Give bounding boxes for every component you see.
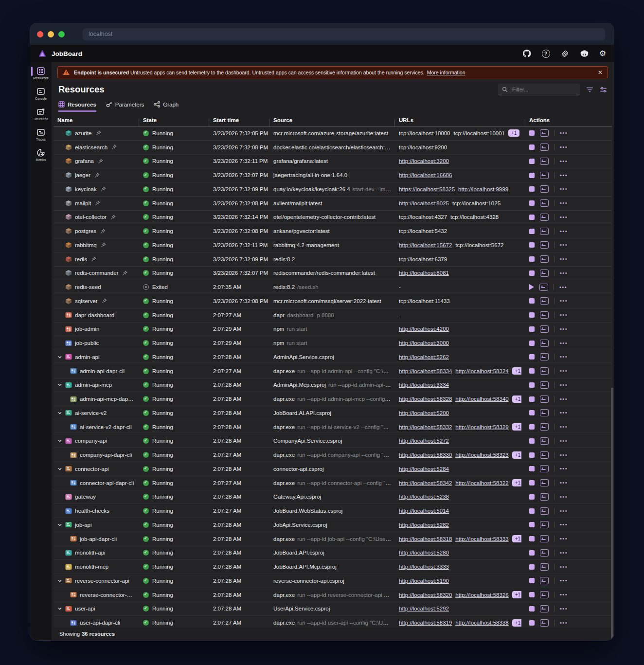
more-actions-button[interactable]: ••• bbox=[560, 438, 568, 444]
more-actions-button[interactable]: ••• bbox=[560, 270, 568, 276]
console-logs-button[interactable] bbox=[540, 353, 549, 360]
resource-url-link[interactable]: http://localhost:58320 bbox=[399, 592, 452, 598]
table-row[interactable]: ai-service-v2-dapr-cli Running 2:07:28 A… bbox=[54, 420, 612, 434]
console-logs-button[interactable] bbox=[540, 214, 549, 221]
chevron-down-icon[interactable] bbox=[57, 382, 62, 387]
table-row[interactable]: otel-collector Running 3/23/2026 7:32:14… bbox=[54, 211, 612, 225]
more-actions-button[interactable]: ••• bbox=[560, 606, 568, 611]
pin-icon[interactable] bbox=[91, 256, 96, 262]
table-row[interactable]: keycloak Running 3/23/2026 7:32:09 PM qu… bbox=[54, 182, 612, 197]
stop-button[interactable] bbox=[529, 424, 535, 430]
console-logs-button[interactable] bbox=[540, 270, 549, 277]
url-count-badge[interactable]: +1 bbox=[512, 423, 521, 431]
column-header-source[interactable]: Source bbox=[269, 117, 395, 123]
console-logs-button[interactable] bbox=[540, 228, 549, 235]
table-row[interactable]: company-api Running 2:07:28 AM CompanyAp… bbox=[54, 434, 612, 449]
console-logs-button[interactable] bbox=[540, 423, 549, 431]
start-button[interactable] bbox=[529, 284, 534, 290]
more-actions-button[interactable]: ••• bbox=[560, 326, 568, 332]
more-actions-button[interactable]: ••• bbox=[560, 536, 568, 541]
table-row[interactable]: ai-service-v2 Running 2:07:28 AM JobBoar… bbox=[54, 406, 612, 420]
sidebar-item-structured[interactable]: Structured bbox=[30, 106, 52, 123]
more-actions-button[interactable]: ••• bbox=[560, 159, 568, 164]
console-logs-button[interactable] bbox=[540, 479, 549, 486]
console-logs-button[interactable] bbox=[540, 129, 549, 137]
more-actions-button[interactable]: ••• bbox=[560, 494, 568, 500]
stop-button[interactable] bbox=[529, 578, 535, 583]
url-count-badge[interactable]: +1 bbox=[508, 129, 519, 137]
table-row[interactable]: jaeger Running 3/23/2026 7:32:07 PM jaeg… bbox=[54, 168, 612, 182]
more-actions-button[interactable]: ••• bbox=[560, 522, 568, 527]
resource-url-link[interactable]: http://localhost:58334 bbox=[399, 368, 452, 374]
sidebar-item-metrics[interactable]: Metrics bbox=[30, 146, 52, 163]
table-row[interactable]: admin-api-dapr-cli Running 2:07:27 AM da… bbox=[54, 364, 612, 378]
more-actions-button[interactable]: ••• bbox=[560, 452, 568, 458]
tab-parameters[interactable]: Parameters bbox=[106, 101, 144, 112]
sidebar-item-resources[interactable]: Resources bbox=[30, 65, 52, 82]
tab-graph[interactable]: Graph bbox=[154, 101, 179, 112]
pin-icon[interactable] bbox=[122, 270, 127, 276]
table-row[interactable]: job-api Running 2:07:28 AM JobApi.Servic… bbox=[54, 518, 612, 532]
console-logs-button[interactable] bbox=[540, 619, 549, 627]
table-row[interactable]: mailpit Running 3/23/2026 7:32:08 PM axl… bbox=[54, 197, 612, 211]
table-row[interactable]: sqlserver Running 3/23/2026 7:32:08 PM m… bbox=[54, 294, 612, 308]
pin-icon[interactable] bbox=[111, 144, 117, 150]
sidebar-item-console[interactable]: Console bbox=[30, 85, 52, 102]
console-logs-button[interactable] bbox=[540, 241, 549, 249]
stop-button[interactable] bbox=[529, 326, 535, 332]
url-count-badge[interactable]: +1 bbox=[512, 619, 521, 627]
table-row[interactable]: job-admin Running 2:07:29 AM npmrun star… bbox=[54, 323, 612, 337]
pin-icon[interactable] bbox=[95, 200, 100, 206]
chevron-down-icon[interactable] bbox=[57, 578, 62, 583]
stop-button[interactable] bbox=[529, 466, 535, 471]
console-logs-button[interactable] bbox=[540, 340, 549, 347]
pin-icon[interactable] bbox=[100, 229, 106, 234]
table-row[interactable]: grafana Running 3/23/2026 7:32:11 PM gra… bbox=[54, 155, 612, 169]
resource-url-link[interactable]: http://localhost:5272 bbox=[399, 438, 449, 444]
url-count-badge[interactable]: +1 bbox=[512, 395, 521, 403]
stop-button[interactable] bbox=[529, 173, 535, 178]
pin-icon[interactable] bbox=[102, 298, 107, 304]
resource-url-link[interactable]: http://localhost:5284 bbox=[399, 466, 449, 472]
table-row[interactable]: monolith-mcp Running 2:07:28 AM JobBoard… bbox=[54, 560, 612, 574]
close-window-button[interactable] bbox=[37, 31, 43, 37]
stop-button[interactable] bbox=[529, 620, 535, 626]
stop-button[interactable] bbox=[529, 144, 535, 150]
url-count-badge[interactable]: +1 bbox=[512, 451, 521, 459]
more-actions-button[interactable]: ••• bbox=[560, 578, 568, 583]
stop-button[interactable] bbox=[529, 298, 535, 304]
resource-url-link[interactable]: http://localhost:3334 bbox=[399, 382, 449, 388]
more-actions-button[interactable]: ••• bbox=[560, 480, 568, 485]
stop-button[interactable] bbox=[529, 312, 535, 318]
resource-url-link[interactable]: http://localhost:5292 bbox=[399, 606, 449, 611]
stop-button[interactable] bbox=[529, 508, 535, 514]
stop-button[interactable] bbox=[529, 438, 535, 444]
console-logs-button[interactable] bbox=[540, 158, 549, 165]
console-logs-button[interactable] bbox=[540, 521, 549, 528]
table-row[interactable]: postgres Running 3/23/2026 7:32:08 PM an… bbox=[54, 224, 612, 238]
more-actions-button[interactable]: ••• bbox=[560, 130, 568, 136]
resource-url-link[interactable]: http://localhost:58330 bbox=[399, 452, 452, 458]
resource-url-link[interactable]: http://localhost:5190 bbox=[399, 578, 449, 584]
pin-icon[interactable] bbox=[94, 173, 100, 178]
console-logs-button[interactable] bbox=[540, 172, 549, 179]
stop-button[interactable] bbox=[529, 550, 535, 556]
table-row[interactable]: admin-api-mcp-dapr-cli Running 2:07:28 A… bbox=[54, 392, 612, 406]
resource-url-link[interactable]: http://localhost:5014 bbox=[399, 508, 449, 514]
column-header-state[interactable]: State bbox=[139, 117, 209, 123]
resource-url-link[interactable]: http://localhost:58326 bbox=[455, 592, 508, 598]
resource-url-link[interactable]: http://localhost:58319 bbox=[399, 620, 452, 626]
console-logs-button[interactable] bbox=[540, 591, 549, 598]
more-actions-button[interactable]: ••• bbox=[560, 256, 568, 262]
resource-url-link[interactable]: http://localhost:8025 bbox=[399, 200, 449, 206]
chevron-down-icon[interactable] bbox=[57, 355, 62, 359]
column-header-urls[interactable]: URLs bbox=[395, 117, 525, 123]
console-logs-button[interactable] bbox=[540, 311, 549, 319]
stop-button[interactable] bbox=[529, 215, 535, 220]
tab-resources[interactable]: Resources bbox=[58, 101, 96, 112]
stop-button[interactable] bbox=[529, 536, 535, 541]
resource-url-link[interactable]: http://localhost:58338 bbox=[455, 620, 508, 626]
more-actions-button[interactable]: ••• bbox=[560, 229, 568, 234]
resource-url-link[interactable]: http://localhost:8081 bbox=[399, 270, 449, 276]
table-row[interactable]: admin-api-mcp Running 2:07:28 AM AdminAp… bbox=[54, 378, 612, 393]
